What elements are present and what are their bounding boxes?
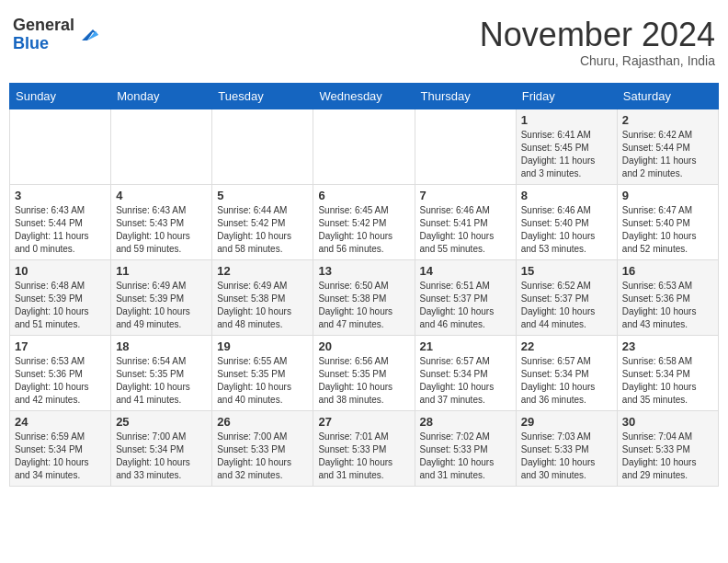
day-cell: 1Sunrise: 6:41 AM Sunset: 5:45 PM Daylig… bbox=[516, 109, 617, 184]
day-info: Sunrise: 7:02 AM Sunset: 5:33 PM Dayligh… bbox=[420, 431, 511, 482]
day-cell: 25Sunrise: 7:00 AM Sunset: 5:34 PM Dayli… bbox=[111, 410, 212, 486]
weekday-header-sunday: Sunday bbox=[10, 83, 111, 109]
day-cell: 4Sunrise: 6:43 AM Sunset: 5:43 PM Daylig… bbox=[111, 184, 212, 259]
day-info: Sunrise: 6:53 AM Sunset: 5:36 PM Dayligh… bbox=[15, 355, 106, 407]
day-info: Sunrise: 7:03 AM Sunset: 5:33 PM Dayligh… bbox=[521, 431, 612, 482]
day-number: 3 bbox=[15, 189, 106, 202]
day-cell: 2Sunrise: 6:42 AM Sunset: 5:44 PM Daylig… bbox=[617, 109, 718, 184]
weekday-header-tuesday: Tuesday bbox=[212, 83, 313, 109]
day-info: Sunrise: 6:48 AM Sunset: 5:39 PM Dayligh… bbox=[15, 280, 106, 331]
day-info: Sunrise: 7:00 AM Sunset: 5:33 PM Dayligh… bbox=[217, 431, 308, 482]
day-number: 20 bbox=[318, 339, 409, 353]
day-info: Sunrise: 7:00 AM Sunset: 5:34 PM Dayligh… bbox=[116, 431, 207, 482]
day-number: 27 bbox=[318, 415, 409, 429]
day-info: Sunrise: 6:59 AM Sunset: 5:34 PM Dayligh… bbox=[15, 431, 106, 482]
weekday-header-saturday: Saturday bbox=[617, 83, 718, 109]
weekday-header-row: SundayMondayTuesdayWednesdayThursdayFrid… bbox=[10, 83, 719, 109]
day-info: Sunrise: 6:46 AM Sunset: 5:41 PM Dayligh… bbox=[420, 204, 511, 256]
day-cell: 23Sunrise: 6:58 AM Sunset: 5:34 PM Dayli… bbox=[617, 335, 718, 410]
day-cell: 11Sunrise: 6:49 AM Sunset: 5:39 PM Dayli… bbox=[111, 259, 212, 335]
day-cell: 26Sunrise: 7:00 AM Sunset: 5:33 PM Dayli… bbox=[212, 410, 313, 486]
day-number: 5 bbox=[217, 189, 308, 202]
day-number: 15 bbox=[521, 264, 612, 278]
day-cell: 12Sunrise: 6:49 AM Sunset: 5:38 PM Dayli… bbox=[212, 259, 313, 335]
day-number: 16 bbox=[622, 264, 713, 278]
day-info: Sunrise: 6:58 AM Sunset: 5:34 PM Dayligh… bbox=[622, 355, 713, 407]
day-number: 9 bbox=[622, 189, 713, 202]
day-cell: 18Sunrise: 6:54 AM Sunset: 5:35 PM Dayli… bbox=[111, 335, 212, 410]
day-number: 6 bbox=[318, 189, 409, 202]
logo-text: General Blue bbox=[13, 17, 74, 53]
day-cell: 29Sunrise: 7:03 AM Sunset: 5:33 PM Dayli… bbox=[516, 410, 617, 486]
day-cell: 6Sunrise: 6:45 AM Sunset: 5:42 PM Daylig… bbox=[313, 184, 415, 259]
day-number: 24 bbox=[15, 415, 106, 429]
day-number: 4 bbox=[116, 189, 207, 202]
day-cell: 30Sunrise: 7:04 AM Sunset: 5:33 PM Dayli… bbox=[617, 410, 718, 486]
day-number: 13 bbox=[318, 264, 409, 278]
day-number: 28 bbox=[420, 415, 511, 429]
day-cell: 5Sunrise: 6:44 AM Sunset: 5:42 PM Daylig… bbox=[212, 184, 313, 259]
day-info: Sunrise: 6:47 AM Sunset: 5:40 PM Dayligh… bbox=[622, 204, 713, 256]
day-cell: 14Sunrise: 6:51 AM Sunset: 5:37 PM Dayli… bbox=[415, 259, 516, 335]
day-number: 14 bbox=[420, 264, 511, 278]
weekday-header-friday: Friday bbox=[516, 83, 617, 109]
day-number: 26 bbox=[217, 415, 308, 429]
day-number: 25 bbox=[116, 415, 207, 429]
day-info: Sunrise: 6:51 AM Sunset: 5:37 PM Dayligh… bbox=[420, 280, 511, 331]
day-info: Sunrise: 6:46 AM Sunset: 5:40 PM Dayligh… bbox=[521, 204, 612, 256]
day-info: Sunrise: 7:04 AM Sunset: 5:33 PM Dayligh… bbox=[622, 431, 713, 482]
week-row-5: 24Sunrise: 6:59 AM Sunset: 5:34 PM Dayli… bbox=[10, 410, 719, 486]
week-row-4: 17Sunrise: 6:53 AM Sunset: 5:36 PM Dayli… bbox=[10, 335, 719, 410]
day-number: 29 bbox=[521, 415, 612, 429]
day-info: Sunrise: 6:57 AM Sunset: 5:34 PM Dayligh… bbox=[420, 355, 511, 407]
day-info: Sunrise: 6:56 AM Sunset: 5:35 PM Dayligh… bbox=[318, 355, 409, 407]
day-info: Sunrise: 6:43 AM Sunset: 5:43 PM Dayligh… bbox=[116, 204, 207, 256]
day-cell: 15Sunrise: 6:52 AM Sunset: 5:37 PM Dayli… bbox=[516, 259, 617, 335]
logo-line2: Blue bbox=[13, 35, 74, 53]
day-cell: 3Sunrise: 6:43 AM Sunset: 5:44 PM Daylig… bbox=[10, 184, 111, 259]
day-number: 2 bbox=[622, 113, 713, 127]
day-number: 23 bbox=[622, 339, 713, 353]
day-info: Sunrise: 6:55 AM Sunset: 5:35 PM Dayligh… bbox=[217, 355, 308, 407]
day-number: 21 bbox=[420, 339, 511, 353]
day-number: 18 bbox=[116, 339, 207, 353]
logo-line1: General bbox=[13, 17, 74, 35]
day-cell: 24Sunrise: 6:59 AM Sunset: 5:34 PM Dayli… bbox=[10, 410, 111, 486]
day-number: 7 bbox=[420, 189, 511, 202]
day-info: Sunrise: 6:45 AM Sunset: 5:42 PM Dayligh… bbox=[318, 204, 409, 256]
day-cell: 13Sunrise: 6:50 AM Sunset: 5:38 PM Dayli… bbox=[313, 259, 415, 335]
weekday-header-wednesday: Wednesday bbox=[313, 83, 415, 109]
week-row-1: 1Sunrise: 6:41 AM Sunset: 5:45 PM Daylig… bbox=[10, 109, 719, 184]
day-number: 17 bbox=[15, 339, 106, 353]
day-number: 19 bbox=[217, 339, 308, 353]
day-info: Sunrise: 6:57 AM Sunset: 5:34 PM Dayligh… bbox=[521, 355, 612, 407]
day-number: 11 bbox=[116, 264, 207, 278]
day-cell bbox=[313, 109, 415, 184]
day-number: 22 bbox=[521, 339, 612, 353]
day-number: 8 bbox=[521, 189, 612, 202]
day-info: Sunrise: 6:42 AM Sunset: 5:44 PM Dayligh… bbox=[622, 129, 713, 180]
day-cell: 7Sunrise: 6:46 AM Sunset: 5:41 PM Daylig… bbox=[415, 184, 516, 259]
month-title: November 2024 bbox=[480, 17, 715, 53]
calendar-table: SundayMondayTuesdayWednesdayThursdayFrid… bbox=[9, 83, 719, 487]
day-cell: 28Sunrise: 7:02 AM Sunset: 5:33 PM Dayli… bbox=[415, 410, 516, 486]
week-row-3: 10Sunrise: 6:48 AM Sunset: 5:39 PM Dayli… bbox=[10, 259, 719, 335]
day-info: Sunrise: 6:54 AM Sunset: 5:35 PM Dayligh… bbox=[116, 355, 207, 407]
day-cell bbox=[415, 109, 516, 184]
logo: General Blue bbox=[13, 17, 98, 53]
day-cell: 27Sunrise: 7:01 AM Sunset: 5:33 PM Dayli… bbox=[313, 410, 415, 486]
day-cell: 9Sunrise: 6:47 AM Sunset: 5:40 PM Daylig… bbox=[617, 184, 718, 259]
day-cell: 17Sunrise: 6:53 AM Sunset: 5:36 PM Dayli… bbox=[10, 335, 111, 410]
day-info: Sunrise: 6:52 AM Sunset: 5:37 PM Dayligh… bbox=[521, 280, 612, 331]
day-info: Sunrise: 6:50 AM Sunset: 5:38 PM Dayligh… bbox=[318, 280, 409, 331]
day-info: Sunrise: 6:41 AM Sunset: 5:45 PM Dayligh… bbox=[521, 129, 612, 180]
day-cell: 10Sunrise: 6:48 AM Sunset: 5:39 PM Dayli… bbox=[10, 259, 111, 335]
day-cell bbox=[212, 109, 313, 184]
day-info: Sunrise: 6:49 AM Sunset: 5:38 PM Dayligh… bbox=[217, 280, 308, 331]
week-row-2: 3Sunrise: 6:43 AM Sunset: 5:44 PM Daylig… bbox=[10, 184, 719, 259]
title-section: November 2024 Churu, Rajasthan, India bbox=[480, 17, 715, 68]
day-cell: 20Sunrise: 6:56 AM Sunset: 5:35 PM Dayli… bbox=[313, 335, 415, 410]
day-cell bbox=[111, 109, 212, 184]
day-number: 10 bbox=[15, 264, 106, 278]
day-info: Sunrise: 6:53 AM Sunset: 5:36 PM Dayligh… bbox=[622, 280, 713, 331]
